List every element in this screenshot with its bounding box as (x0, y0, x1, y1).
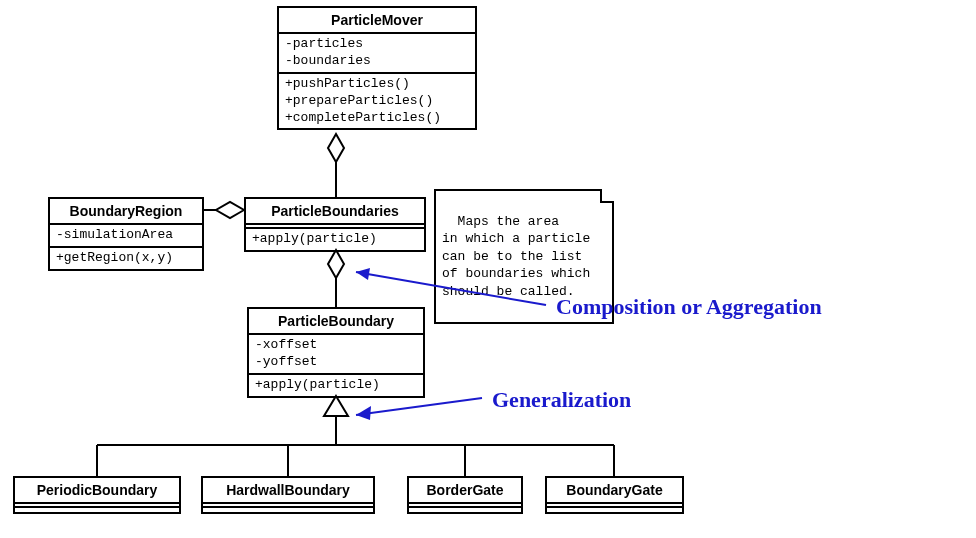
class-operations: +apply(particle) (249, 375, 423, 396)
aggregation-boundaries-boundary (328, 250, 344, 307)
class-title: ParticleMover (279, 8, 475, 34)
class-boundary-region: BoundaryRegion -simulationArea +getRegio… (48, 197, 204, 271)
class-title: PeriodicBoundary (15, 478, 179, 504)
label-generalization: Generalization (492, 387, 631, 413)
aggregation-boundaries-region (204, 202, 244, 218)
svg-line-15 (356, 398, 482, 415)
label-composition-aggregation: Composition or Aggregation (556, 294, 822, 320)
class-boundary-gate: BoundaryGate (545, 476, 684, 514)
class-particle-boundaries: ParticleBoundaries +apply(particle) (244, 197, 426, 252)
class-title: BoundaryRegion (50, 199, 202, 225)
class-title: BoundaryGate (547, 478, 682, 504)
class-periodic-boundary: PeriodicBoundary (13, 476, 181, 514)
class-border-gate: BorderGate (407, 476, 523, 514)
aggregation-mover-boundaries (328, 134, 344, 197)
svg-marker-14 (356, 268, 370, 280)
svg-marker-6 (324, 396, 348, 416)
svg-marker-3 (216, 202, 244, 218)
class-attributes: -xoffset -yoffset (249, 335, 423, 375)
class-operations: +getRegion(x,y) (50, 248, 202, 269)
class-title: HardwallBoundary (203, 478, 373, 504)
note-fold-icon (600, 189, 614, 203)
class-attributes: -simulationArea (50, 225, 202, 248)
class-particle-boundary: ParticleBoundary -xoffset -yoffset +appl… (247, 307, 425, 398)
svg-marker-5 (328, 250, 344, 278)
class-hardwall-boundary: HardwallBoundary (201, 476, 375, 514)
class-operations: +apply(particle) (246, 229, 424, 250)
class-attributes: -particles -boundaries (279, 34, 475, 74)
note-text: Maps the area in which a particle can be… (442, 214, 590, 299)
class-title: BorderGate (409, 478, 521, 504)
svg-marker-1 (328, 134, 344, 162)
class-title: ParticleBoundaries (246, 199, 424, 225)
class-operations: +pushParticles() +prepareParticles() +co… (279, 74, 475, 129)
arrow-to-generalization-label (356, 398, 482, 420)
svg-marker-16 (356, 406, 371, 420)
class-title: ParticleBoundary (249, 309, 423, 335)
class-particle-mover: ParticleMover -particles -boundaries +pu… (277, 6, 477, 130)
